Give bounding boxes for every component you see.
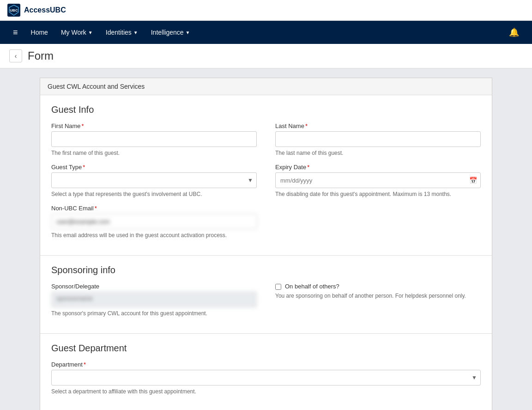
sponsoring-info-title: Sponsoring info xyxy=(51,265,481,275)
department-row: Department* ▼ Select a department to aff… xyxy=(51,361,481,395)
form-container: Guest CWL Account and Services Guest Inf… xyxy=(40,78,492,410)
guest-department-section: Guest Department Department* ▼ Select a … xyxy=(40,334,492,410)
back-button[interactable]: ‹ xyxy=(9,49,22,62)
page-title: Form xyxy=(28,49,54,62)
on-behalf-label[interactable]: On behalf of others? xyxy=(285,283,339,290)
logo-text: AccessUBC xyxy=(24,6,66,14)
non-ubc-email-group: Non-UBC Email* This email address will b… xyxy=(51,205,257,239)
sponsor-delegate-label: Sponsor/Delegate xyxy=(51,283,257,290)
on-behalf-checkbox-group: On behalf of others? You are sponsoring … xyxy=(275,283,481,299)
first-name-input[interactable] xyxy=(51,131,257,147)
guest-type-select-wrapper: ▼ xyxy=(51,172,257,188)
last-name-input[interactable] xyxy=(275,131,481,147)
email-required: * xyxy=(95,205,97,212)
sponsoring-info-section: Sponsoring info Sponsor/Delegate sponsor… xyxy=(40,256,492,334)
expiry-date-wrapper: 📅 xyxy=(275,172,481,188)
department-select-wrapper: ▼ xyxy=(51,370,481,386)
expiry-date-hint: The disabling date for this guest's appo… xyxy=(275,191,481,197)
nav-intelligence-chevron-icon: ▼ xyxy=(186,30,190,35)
type-expiry-row: Guest Type* ▼ Select a type that represe… xyxy=(51,164,481,197)
nav-home-label: Home xyxy=(31,29,48,36)
nav-identities[interactable]: Identities ▼ xyxy=(100,25,144,40)
first-name-hint: The first name of this guest. xyxy=(51,150,257,156)
last-name-required: * xyxy=(305,122,308,129)
expiry-date-group: Expiry Date* 📅 The disabling date for th… xyxy=(275,164,481,197)
guest-type-label: Guest Type* xyxy=(51,164,257,171)
logo-area: UBC AccessUBC xyxy=(7,4,66,17)
last-name-hint: The last name of this guest. xyxy=(275,150,481,156)
department-label: Department* xyxy=(51,361,481,368)
expiry-date-label: Expiry Date* xyxy=(275,164,481,171)
first-name-group: First Name* The first name of this guest… xyxy=(51,122,257,156)
nav-mywork-chevron-icon: ▼ xyxy=(88,30,93,35)
hamburger-icon[interactable]: ≡ xyxy=(7,24,24,41)
page-header: ‹ Form xyxy=(0,44,532,68)
nav-mywork-label: My Work xyxy=(61,29,86,36)
sponsor-delegate-group: Sponsor/Delegate sponsorname The sponsor… xyxy=(51,283,257,317)
guest-type-required: * xyxy=(83,164,85,171)
expiry-required: * xyxy=(307,164,309,171)
guest-department-title: Guest Department xyxy=(51,343,481,354)
sponsor-row: Sponsor/Delegate sponsorname The sponsor… xyxy=(51,283,481,317)
email-row: Non-UBC Email* This email address will b… xyxy=(51,205,481,239)
logo-icon: UBC xyxy=(7,4,20,17)
name-row: First Name* The first name of this guest… xyxy=(51,122,481,156)
department-hint: Select a department to affiliate with th… xyxy=(51,388,481,395)
calendar-icon[interactable]: 📅 xyxy=(469,177,477,184)
on-behalf-hint: You are sponsoring on behalf of another … xyxy=(275,293,481,299)
on-behalf-checkbox[interactable] xyxy=(275,284,281,290)
on-behalf-group: On behalf of others? You are sponsoring … xyxy=(275,283,481,317)
guest-info-title: Guest Info xyxy=(51,104,481,115)
back-icon: ‹ xyxy=(15,52,17,60)
bell-icon[interactable]: 🔔 xyxy=(503,24,525,41)
guest-info-section: Guest Info First Name* The first name of… xyxy=(40,95,492,256)
nav-mywork[interactable]: My Work ▼ xyxy=(55,25,98,40)
on-behalf-row: On behalf of others? xyxy=(275,283,481,290)
sponsor-delegate-hint: The sponsor's primary CWL account for th… xyxy=(51,310,257,317)
last-name-group: Last Name* The last name of this guest. xyxy=(275,122,481,156)
last-name-label: Last Name* xyxy=(275,122,481,129)
expiry-date-input[interactable] xyxy=(275,172,481,188)
guest-type-select[interactable] xyxy=(51,172,257,188)
guest-type-hint: Select a type that represents the guest'… xyxy=(51,191,257,197)
nav-intelligence-label: Intelligence xyxy=(151,29,184,36)
nav-home[interactable]: Home xyxy=(25,25,54,40)
non-ubc-email-hint: This email address will be used in the g… xyxy=(51,232,257,239)
section-header: Guest CWL Account and Services xyxy=(40,78,492,95)
first-name-required: * xyxy=(82,122,84,129)
department-group: Department* ▼ Select a department to aff… xyxy=(51,361,481,395)
non-ubc-email-label: Non-UBC Email* xyxy=(51,205,257,212)
nav-identities-label: Identities xyxy=(106,29,132,36)
first-name-label: First Name* xyxy=(51,122,257,129)
guest-type-group: Guest Type* ▼ Select a type that represe… xyxy=(51,164,257,197)
nav-identities-chevron-icon: ▼ xyxy=(133,30,138,35)
sponsor-delegate-value: sponsorname xyxy=(51,292,257,307)
department-select[interactable] xyxy=(51,370,481,386)
top-bar: UBC AccessUBC xyxy=(0,0,532,21)
department-required: * xyxy=(84,361,86,368)
svg-text:UBC: UBC xyxy=(10,8,18,12)
nav-bar: ≡ Home My Work ▼ Identities ▼ Intelligen… xyxy=(0,21,532,44)
non-ubc-email-input[interactable] xyxy=(51,214,257,229)
main-content: Guest CWL Account and Services Guest Inf… xyxy=(0,68,532,410)
nav-intelligence[interactable]: Intelligence ▼ xyxy=(145,25,196,40)
